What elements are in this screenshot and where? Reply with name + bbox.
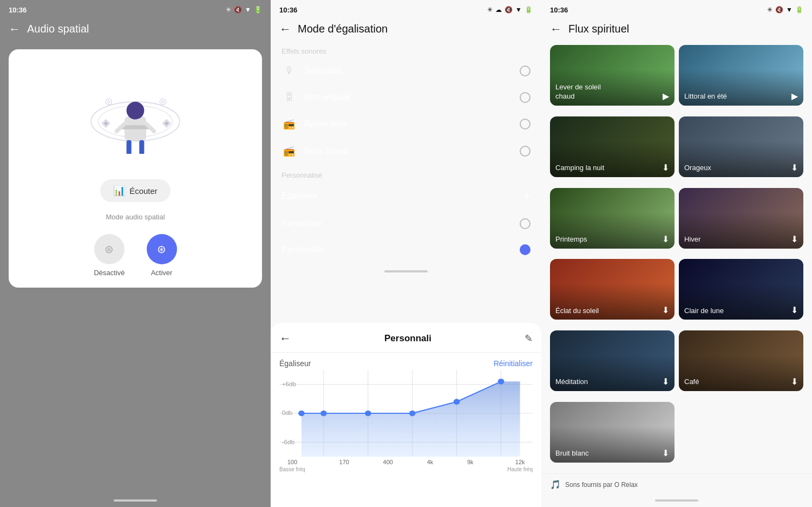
- home-bar-2: [384, 270, 428, 272]
- toggle-active[interactable]: ⊛ Activer: [147, 234, 177, 277]
- bass-boost-label: Bass Boost: [304, 146, 512, 156]
- card-orageux[interactable]: Orageux ⬇: [679, 116, 803, 177]
- card-camping[interactable]: Camping la nuit ⬇: [550, 116, 675, 177]
- bass-boost-radio[interactable]: [520, 146, 531, 157]
- back-button-1[interactable]: ←: [9, 23, 21, 35]
- personalise-item-1[interactable]: Personnali: [271, 211, 541, 237]
- card-label-10: Café: [684, 378, 798, 387]
- personalise-radio-1[interactable]: [520, 218, 531, 229]
- card-printemps[interactable]: Printemps ⬇: [550, 188, 675, 249]
- card-dl-7[interactable]: ⬇: [662, 305, 669, 315]
- card-littoral[interactable]: Littoral en été ▶: [679, 45, 803, 106]
- status-bar-1: 10:36 ✳ 🔇 ▼ 🔋: [0, 0, 271, 17]
- card-dl-9[interactable]: ⬇: [662, 376, 669, 387]
- bass-boost-icon: 📻: [281, 145, 297, 157]
- inactive-label: Désactivé: [94, 269, 125, 277]
- bluetooth-icon-3: ✳: [767, 6, 772, 14]
- personalise-section: Personnalisé: [271, 165, 541, 181]
- svg-line-5: [116, 124, 125, 132]
- svg-text:◎: ◎: [159, 96, 167, 106]
- card-label-9: Méditation: [555, 378, 669, 387]
- card-bruit-blanc[interactable]: Bruit blanc ⬇: [550, 402, 675, 463]
- home-indicator-3: [541, 496, 812, 507]
- svg-point-32: [498, 379, 505, 385]
- freq-labels: 100 Basse fréq 170 400 4k 9k 12k Haute f…: [271, 457, 541, 472]
- freq-400: 400: [383, 459, 393, 472]
- active-label: Activer: [151, 269, 173, 277]
- card-dl-10[interactable]: ⬇: [791, 376, 798, 387]
- status-icons-3: ✳ 🔇 ▼ 🔋: [767, 6, 803, 14]
- status-time-3: 10:36: [550, 6, 568, 14]
- svg-text:0db: 0db: [282, 410, 293, 416]
- mute-icon-1: 🔇: [234, 6, 242, 14]
- card-meditation[interactable]: Méditation ⬇: [550, 330, 675, 391]
- personalise-item-2[interactable]: Personnali: [271, 237, 541, 263]
- option-serenade[interactable]: 🎙 Sérénade: [271, 57, 541, 84]
- svg-rect-8: [139, 140, 144, 155]
- svg-point-4: [127, 102, 145, 120]
- back-button-3[interactable]: ←: [550, 23, 562, 35]
- audio-spatial-content: ◈ ◈ ◎ ◎ 📊 Écouter Mode audio spatial ⊛: [0, 41, 271, 496]
- add-equalizer-button[interactable]: +: [523, 189, 531, 203]
- page-title-3: Flux spirituel: [568, 23, 629, 35]
- option-bass-boost[interactable]: 📻 Bass Boost: [271, 138, 541, 165]
- page-title-1: Audio spatial: [27, 23, 89, 35]
- svg-point-30: [409, 411, 416, 417]
- footer: 🎵 Sons fournis par O Relax: [541, 473, 812, 496]
- card-label-2: Littoral en été: [684, 92, 798, 101]
- footer-text: Sons fournis par O Relax: [565, 481, 638, 489]
- eq-graph: +6db 0db -6db: [271, 370, 541, 457]
- toggle-inactive[interactable]: ⊛ Désactivé: [94, 234, 125, 277]
- card-dl-8[interactable]: ⬇: [791, 305, 798, 315]
- card-label-8: Clair de lune: [684, 307, 798, 316]
- battery-icon-3: 🔋: [795, 6, 803, 14]
- svg-rect-9: [126, 154, 133, 157]
- personalise-radio-2[interactable]: [520, 244, 531, 255]
- option-basse-pure[interactable]: 📻 Basse pure: [271, 110, 541, 138]
- card-dl-4[interactable]: ⬇: [791, 162, 798, 173]
- wave-icon: 📊: [113, 185, 125, 197]
- wifi-icon-1: ▼: [245, 6, 251, 14]
- panel-audio-spatial: 10:36 ✳ 🔇 ▼ 🔋 ← Audio spatial: [0, 0, 271, 507]
- personalise-name-1: Personnali: [281, 219, 513, 229]
- card-eclat-soleil[interactable]: Éclat du soleil ⬇: [550, 259, 675, 320]
- sheet-back-button[interactable]: ←: [279, 332, 291, 346]
- wifi-icon-2: ▼: [515, 6, 522, 14]
- svg-text:◎: ◎: [105, 96, 113, 106]
- listen-button[interactable]: 📊 Écouter: [100, 179, 171, 202]
- home-bar-1: [114, 499, 157, 502]
- card-dl-11[interactable]: ⬇: [662, 448, 669, 458]
- svg-rect-3: [122, 125, 149, 129]
- option-son-original[interactable]: 🎛 Son original: [271, 84, 541, 110]
- svg-marker-26: [302, 381, 520, 457]
- sheet-edit-button[interactable]: ✎: [525, 333, 533, 344]
- card-label-6: Hiver: [684, 235, 798, 244]
- card-dl-3[interactable]: ⬇: [662, 162, 669, 173]
- freq-170-val: 170: [339, 459, 349, 465]
- serenade-radio[interactable]: [520, 66, 531, 76]
- freq-170: 170: [339, 459, 349, 472]
- svg-line-6: [146, 124, 154, 132]
- basse-pure-icon: 📻: [281, 118, 297, 130]
- toggle-row: ⊛ Désactivé ⊛ Activer: [94, 234, 176, 277]
- card-clair-lune[interactable]: Clair de lune ⬇: [679, 259, 803, 320]
- back-button-2[interactable]: ←: [279, 23, 291, 35]
- basse-pure-radio[interactable]: [520, 119, 531, 129]
- freq-100: 100 Basse fréq: [279, 459, 305, 472]
- card-play-2[interactable]: ▶: [791, 91, 798, 101]
- card-dl-6[interactable]: ⬇: [791, 234, 798, 244]
- card-lever-soleil[interactable]: Lever de soleilchaud ▶: [550, 45, 675, 106]
- card-play-1[interactable]: ▶: [663, 91, 669, 101]
- card-cafe[interactable]: Café ⬇: [679, 330, 803, 391]
- card-hiver[interactable]: Hiver ⬇: [679, 188, 803, 249]
- equalizer-bottom-sheet: ← Personnali ✎ Égaliseur Réinitialiser: [271, 323, 541, 507]
- son-original-radio[interactable]: [520, 92, 531, 103]
- svg-text:◈: ◈: [102, 116, 110, 128]
- freq-12k-val: 12k: [515, 459, 525, 465]
- card-dl-5[interactable]: ⬇: [662, 234, 669, 244]
- battery-icon-2: 🔋: [525, 6, 533, 14]
- status-time-2: 10:36: [279, 6, 297, 14]
- cloud-icon: ☁: [495, 6, 502, 14]
- wifi-icon-3: ▼: [786, 6, 793, 14]
- reset-button[interactable]: Réinitialiser: [494, 359, 533, 368]
